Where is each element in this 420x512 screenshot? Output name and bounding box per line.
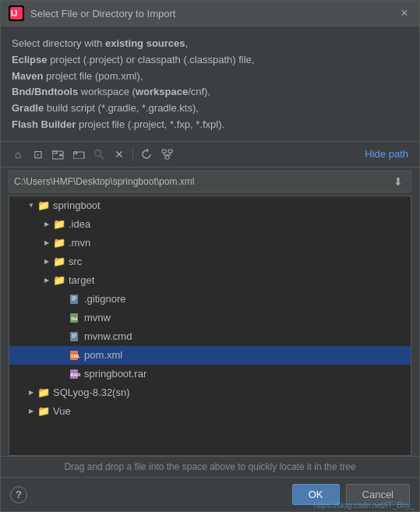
svg-rect-6 (73, 152, 77, 154)
arrow-src: ▶ (41, 256, 53, 268)
svg-text:SH: SH (71, 316, 77, 321)
dialog-title: Select File or Directory to Import (30, 8, 391, 19)
folder-icon-vue: 📁 (37, 405, 50, 418)
tree-label-springboot-rar: springboot.rar (84, 368, 146, 380)
desc-eclipse: Eclipse (12, 54, 48, 65)
desc-flash: Flash Builder (12, 118, 76, 130)
path-bar: C:\Users\HMF\Desktop\springboot\pom.xml … (9, 171, 411, 192)
arrow-target: ▶ (41, 274, 53, 287)
new-folder-button[interactable] (49, 145, 68, 164)
desktop-button[interactable]: ⊡ (29, 145, 48, 164)
tree-item-mvnw-cmd[interactable]: ▶ mvnw.cmd (9, 327, 411, 346)
app-icon: IJ (9, 5, 24, 21)
folder-button[interactable] (69, 145, 88, 164)
svg-line-8 (101, 155, 104, 159)
desc-existing-sources: existing sources (105, 37, 185, 49)
title-bar: IJ Select File or Directory to Import × (1, 1, 419, 26)
tree-label-mvnw: mvnw (84, 312, 111, 323)
path-input[interactable]: C:\Users\HMF\Desktop\springboot\pom.xml (14, 176, 390, 187)
desc-line1-prefix: Select directory with (12, 37, 105, 49)
tree-label-vue: Vue (53, 405, 71, 417)
folder-icon-idea: 📁 (53, 218, 65, 231)
svg-rect-22 (70, 332, 78, 341)
file-icon-pom-xml: XML (69, 349, 81, 362)
folder-icon-springboot: 📁 (37, 200, 50, 212)
tree-item-mvnw[interactable]: ▶ SH mvnw (9, 309, 411, 327)
folder-icon-sqlyog: 📁 (37, 387, 50, 399)
file-tree[interactable]: ▼ 📁 springboot ▶ 📁 .idea ▶ 📁 .mvn ▶ 📁 sr… (9, 196, 411, 456)
arrow-springboot: ▼ (25, 200, 37, 212)
file-icon-gitignore (69, 293, 81, 305)
desc-gradle: Gradle (12, 102, 44, 114)
folder-icon-mvn: 📁 (53, 237, 65, 249)
file-toolbar: ⌂ ⊡ ✕ (1, 141, 419, 168)
toolbar-sep (132, 147, 133, 161)
tree-item-gitignore[interactable]: ▶ .gitignore (9, 290, 411, 309)
tree-item-vue[interactable]: ▶ 📁 Vue (9, 402, 411, 421)
svg-point-7 (95, 150, 101, 156)
desc-gradle-text: build script (*.gradle, *.gradle.kts), (44, 102, 199, 114)
svg-rect-11 (165, 156, 169, 159)
path-browse-button[interactable]: ⬇ (390, 174, 406, 189)
tree-label-src: src (69, 256, 82, 267)
desc-maven-text: project file (pom.xml), (43, 70, 143, 82)
refresh-button[interactable] (137, 145, 156, 164)
desc-bnd-text: workspace ( (78, 86, 136, 97)
hide-path-button[interactable]: Hide path (362, 147, 411, 161)
description-text: Select directory with existing sources, … (1, 26, 419, 141)
tree-item-idea[interactable]: ▶ 📁 .idea (9, 215, 411, 234)
desc-maven: Maven (12, 70, 43, 82)
svg-rect-16 (70, 295, 78, 304)
svg-text:IJ: IJ (11, 9, 17, 18)
desc-flash-text: project file (.project, *.fxp, *.fxpl). (76, 118, 224, 130)
svg-rect-5 (73, 152, 84, 159)
help-button[interactable]: ? (10, 486, 27, 503)
svg-text:RAR: RAR (71, 373, 81, 377)
svg-rect-4 (52, 151, 57, 154)
arrow-idea: ▶ (41, 218, 53, 231)
tree-label-springboot: springboot (53, 200, 101, 211)
tree-item-pom-xml[interactable]: ▶ XML pom.xml (9, 346, 411, 365)
home-button[interactable]: ⌂ (9, 145, 27, 164)
network-button[interactable] (157, 145, 176, 164)
tree-item-mvn[interactable]: ▶ 📁 .mvn (9, 234, 411, 252)
folder-icon-target: 📁 (53, 274, 65, 287)
desc-workspace: workspace (136, 86, 188, 97)
desc-eclipse-text: project (.project) or classpath (.classp… (48, 54, 255, 65)
tree-label-mvn: .mvn (69, 237, 90, 249)
tree-label-mvnw-cmd: mvnw.cmd (84, 330, 132, 342)
file-icon-rar: RAR (69, 368, 81, 380)
arrow-vue: ▶ (25, 405, 37, 418)
desc-bnd: Bnd/Bndtools (12, 86, 78, 97)
arrow-mvn: ▶ (41, 237, 53, 249)
file-icon-mvnw: SH (69, 312, 81, 324)
tree-label-target: target (69, 274, 94, 286)
tree-label-sqlyog: SQLyog-8.32(sn) (53, 387, 130, 398)
tree-item-src[interactable]: ▶ 📁 src (9, 252, 411, 271)
dialog: IJ Select File or Directory to Import × … (0, 0, 420, 512)
arrow-sqlyog: ▶ (25, 387, 37, 399)
svg-text:XML: XML (71, 354, 81, 358)
tree-label-idea: .idea (69, 218, 90, 230)
tree-item-sqlyog[interactable]: ▶ 📁 SQLyog-8.32(sn) (9, 383, 411, 402)
tree-label-gitignore: .gitignore (84, 293, 125, 305)
svg-rect-9 (162, 150, 166, 153)
tree-item-springboot-rar[interactable]: ▶ RAR springboot.rar (9, 365, 411, 383)
watermark: https://blog.csdn.net/IT_Boy_ (313, 501, 415, 510)
delete-button[interactable]: ✕ (110, 145, 129, 164)
drag-hint: Drag and drop a file into the space abov… (1, 456, 419, 477)
close-button[interactable]: × (397, 6, 411, 20)
search-button[interactable] (90, 145, 108, 164)
tree-item-target[interactable]: ▶ 📁 target (9, 271, 411, 290)
folder-icon-src: 📁 (53, 256, 65, 268)
file-icon-mvnw-cmd (69, 330, 81, 343)
desc-bnd-cnf: /cnf), (188, 86, 210, 97)
svg-rect-10 (168, 150, 172, 153)
tree-item-springboot[interactable]: ▼ 📁 springboot (9, 196, 411, 215)
tree-label-pom-xml: pom.xml (84, 349, 122, 361)
